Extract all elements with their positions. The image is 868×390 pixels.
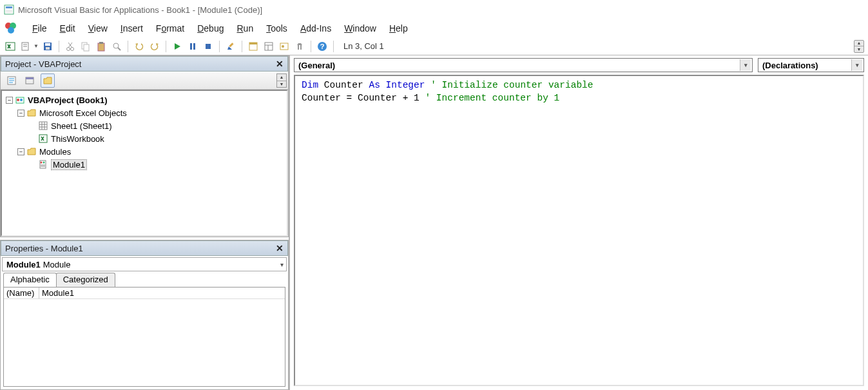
view-object-icon[interactable] [23, 73, 37, 88]
tree-modules-folder[interactable]: − Modules [3, 145, 285, 158]
tree-label: Sheet1 (Sheet1) [51, 121, 112, 131]
svg-point-42 [20, 99, 23, 101]
svg-rect-48 [39, 135, 47, 142]
project-explorer-panel: Project - VBAProject ✕ ▲▼ − VBAProject (… [0, 55, 289, 237]
svg-rect-27 [265, 43, 273, 50]
object-dropdown[interactable]: (General) ▾ [294, 58, 753, 72]
view-code-icon[interactable] [5, 73, 19, 88]
svg-point-19 [113, 43, 119, 48]
tree-sheet1[interactable]: Sheet1 (Sheet1) [3, 119, 285, 132]
properties-object-type: Module [43, 260, 71, 269]
standard-toolbar: ▼ ? Ln 3, Col 1 ▲▼ [0, 37, 868, 55]
find-icon[interactable] [110, 40, 123, 53]
svg-point-14 [70, 47, 73, 50]
menu-addins[interactable]: Add-Ins [294, 21, 338, 36]
svg-rect-16 [84, 44, 89, 51]
tab-categorized[interactable]: Categorized [56, 273, 115, 287]
tree-module1[interactable]: Module1 [3, 158, 285, 171]
worksheet-icon [38, 121, 48, 131]
svg-rect-6 [6, 43, 15, 50]
tab-alphabetic[interactable]: Alphabetic [3, 273, 57, 287]
tree-label: ThisWorkbook [51, 134, 104, 144]
collapse-icon[interactable]: − [17, 148, 24, 155]
undo-icon[interactable] [133, 40, 146, 53]
collapse-icon[interactable]: − [6, 97, 13, 104]
module-icon [38, 159, 48, 170]
toolbox-icon[interactable] [293, 40, 306, 53]
dropdown-icon[interactable]: ▾ [280, 261, 284, 268]
folder-icon [26, 146, 37, 157]
paste-icon[interactable] [95, 40, 108, 53]
project-toolbar-overflow-icon[interactable]: ▲▼ [276, 73, 287, 88]
toggle-folders-icon[interactable] [41, 73, 55, 88]
menu-help[interactable]: Help [383, 21, 414, 36]
svg-point-31 [282, 45, 284, 48]
menu-view[interactable]: View [82, 21, 114, 36]
reset-icon[interactable] [202, 40, 215, 53]
break-icon[interactable] [186, 40, 199, 53]
dropdown-icon[interactable]: ▾ [851, 59, 862, 71]
property-row[interactable]: (Name) Module1 [4, 288, 285, 299]
menu-file[interactable]: File [26, 21, 53, 36]
project-explorer-icon[interactable] [247, 40, 260, 53]
insert-dropdown-icon[interactable]: ▼ [34, 43, 39, 49]
object-browser-icon[interactable] [278, 40, 291, 53]
menu-insert[interactable]: Insert [114, 21, 149, 36]
insert-module-icon[interactable] [19, 40, 32, 53]
tree-thisworkbook[interactable]: ThisWorkbook [3, 132, 285, 145]
svg-rect-22 [193, 43, 195, 50]
title-bar: Microsoft Visual Basic for Applications … [0, 0, 868, 19]
toolbar-overflow-icon[interactable]: ▲▼ [854, 40, 864, 53]
save-icon[interactable] [41, 40, 54, 53]
svg-rect-26 [249, 43, 257, 44]
svg-line-20 [118, 48, 121, 50]
procedure-dropdown[interactable]: (Declarations) ▾ [758, 58, 864, 72]
menu-window[interactable]: Window [338, 21, 383, 36]
svg-rect-43 [39, 122, 47, 130]
properties-grid[interactable]: (Name) Module1 [3, 287, 285, 387]
code-pane: (General) ▾ (Declarations) ▾ Dim Counter… [290, 55, 868, 390]
tree-label: Modules [39, 147, 71, 157]
menu-edit[interactable]: Edit [53, 21, 82, 36]
properties-window-icon[interactable] [262, 40, 275, 53]
project-panel-close-icon[interactable]: ✕ [276, 59, 284, 69]
properties-tabs: Alphabetic Categorized [1, 273, 288, 287]
copy-icon[interactable] [79, 40, 92, 53]
design-mode-icon[interactable] [224, 40, 237, 53]
svg-text:?: ? [320, 43, 325, 50]
run-icon[interactable] [171, 40, 184, 53]
view-excel-icon[interactable] [4, 40, 17, 53]
properties-panel-title: Properties - Module1 [5, 244, 83, 253]
menu-format[interactable]: Format [149, 21, 191, 36]
tree-excel-objects[interactable]: − Microsoft Excel Objects [3, 106, 285, 119]
properties-object-selector[interactable]: Module1 Module ▾ [2, 257, 287, 271]
menu-bar: File Edit View Insert Format Debug Run T… [0, 19, 868, 37]
tree-label: VBAProject (Book1) [28, 95, 108, 105]
vba-menu-icon [4, 21, 19, 36]
cursor-position: Ln 3, Col 1 [343, 41, 384, 51]
code-editor[interactable]: Dim Counter As Integer ' Initialize coun… [294, 75, 864, 386]
collapse-icon[interactable]: − [17, 110, 24, 117]
tree-project-root[interactable]: − VBAProject (Book1) [3, 93, 285, 106]
redo-icon[interactable] [148, 40, 161, 53]
menu-run[interactable]: Run [230, 21, 260, 36]
dropdown-icon[interactable]: ▾ [740, 59, 751, 71]
vba-app-icon [4, 5, 14, 15]
tree-label: Module1 [51, 159, 87, 170]
help-icon[interactable]: ? [316, 40, 329, 53]
project-tree[interactable]: − VBAProject (Book1) − Microsoft Excel O… [1, 90, 288, 237]
menu-debug[interactable]: Debug [191, 21, 230, 36]
svg-point-41 [17, 99, 19, 101]
project-icon [15, 95, 25, 105]
svg-rect-23 [206, 44, 211, 49]
property-name: (Name) [4, 288, 39, 298]
property-value[interactable]: Module1 [39, 288, 285, 298]
cut-icon[interactable] [64, 40, 77, 53]
properties-panel-close-icon[interactable]: ✕ [276, 243, 284, 253]
window-title: Microsoft Visual Basic for Applications … [18, 5, 262, 15]
menu-tools[interactable]: Tools [260, 21, 294, 36]
properties-panel-header: Properties - Module1 ✕ [1, 240, 288, 256]
svg-point-5 [8, 27, 14, 34]
svg-point-51 [43, 162, 45, 164]
properties-object-name: Module1 [6, 260, 41, 269]
